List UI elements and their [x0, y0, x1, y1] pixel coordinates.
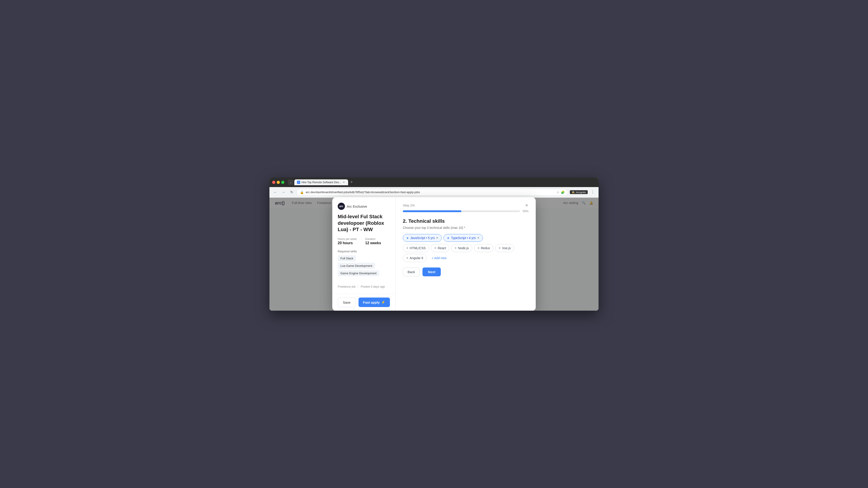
forward-nav-button[interactable]: →	[280, 189, 287, 195]
incognito-label: Incognito	[576, 191, 586, 194]
browser-toolbar: ← → ↻ 🔒 arc.dev/dashboard/d/verified-job…	[270, 187, 598, 198]
hours-meta: Hours per week 20 hours	[338, 237, 363, 245]
skill-name: React	[438, 246, 446, 250]
lock-icon: 🔒	[300, 191, 304, 194]
url-text: arc.dev/dashboard/d/verified-jobs/kdb78f…	[306, 191, 555, 194]
skill-name: JavaScript • 5 yrs	[410, 236, 435, 240]
add-icon: +	[477, 246, 479, 250]
job-title: Mid-level Ful Stack developoer (Roblox L…	[338, 214, 390, 233]
active-tab[interactable]: a Hire Top Remote Software Dev... ✕	[294, 180, 348, 185]
section-subtitle: Choose your top 3 technical skills (max …	[403, 226, 528, 230]
window-controls	[272, 181, 284, 184]
unselected-skill-chip[interactable]: + HTML/CSS	[403, 244, 429, 252]
add-icon: +	[434, 246, 436, 250]
add-icon: +	[406, 246, 408, 250]
skill-name: HTML/CSS	[410, 246, 426, 250]
action-buttons: Back Next	[403, 267, 528, 276]
selected-skills-row: ★ JavaScript • 5 yrs ✕ ★ TypeScript • 4 …	[403, 234, 528, 242]
modal-left-content: arc Arc Exclusive Mid-level Ful Stack de…	[332, 197, 395, 294]
star-icon: ★	[447, 236, 450, 240]
star-icon: ★	[406, 236, 409, 240]
modal-body: arc Arc Exclusive Mid-level Ful Stack de…	[332, 197, 536, 311]
unselected-skill-chip[interactable]: + Angular 6	[403, 254, 427, 262]
add-new-skill-button[interactable]: + Add new	[428, 254, 450, 262]
modal-right-panel: Step 2/4 50% 2. Technical skills Choose …	[396, 197, 536, 311]
selected-skill-chip[interactable]: ★ JavaScript • 5 yrs ✕	[403, 234, 442, 242]
unselected-skill-chip[interactable]: + React	[431, 244, 450, 252]
required-skill-tag: Game Engine Development	[338, 270, 379, 276]
bookmark-icon[interactable]: ☆	[557, 191, 559, 194]
job-type: Freelance job	[338, 285, 355, 288]
unselected-skill-chip[interactable]: + Node.js	[451, 244, 472, 252]
minimize-window-button[interactable]	[277, 181, 280, 184]
new-tab-button[interactable]: +	[349, 180, 354, 185]
progress-fill	[403, 210, 461, 212]
progress-bar-container: 50%	[403, 209, 528, 213]
required-skill-tag: Lua Game Development	[338, 263, 375, 269]
lightning-icon: ⚡	[381, 300, 385, 304]
posted-date: Posted 3 days ago	[361, 285, 385, 288]
refresh-nav-button[interactable]: ↻	[288, 189, 295, 195]
modal-close-button[interactable]: ×	[523, 202, 530, 209]
browser-window: ⌄ a Hire Top Remote Software Dev... ✕ + …	[270, 177, 598, 311]
hours-value: 20 hours	[338, 241, 363, 245]
section-title-text: Technical skills	[408, 218, 445, 224]
modal-left-footer: Save Fast apply ⚡	[332, 294, 395, 311]
tab-title: Hire Top Remote Software Dev...	[302, 181, 341, 184]
duration-label: Duration	[365, 237, 390, 240]
next-button[interactable]: Next	[423, 267, 441, 276]
section-number: 2.	[403, 218, 407, 224]
required-skill-tag: Full Stack	[338, 255, 356, 261]
back-nav-button[interactable]: ←	[272, 189, 278, 195]
tab-list-button[interactable]: ⌄	[288, 180, 293, 185]
skill-name: Node.js	[458, 246, 469, 250]
duration-meta: Duration 12 weeks	[365, 237, 390, 245]
unselected-skills-row: + HTML/CSS + React + Node.js + Redux + V…	[403, 244, 528, 262]
add-icon: +	[499, 246, 501, 250]
incognito-badge: 🕵️ Incognito	[570, 190, 588, 194]
remove-skill-icon[interactable]: ✕	[477, 236, 479, 239]
extensions-icon[interactable]: 🧩	[561, 191, 565, 194]
selected-skill-chip[interactable]: ★ TypeScript • 4 yrs ✕	[443, 234, 483, 242]
hours-label: Hours per week	[338, 237, 363, 240]
job-meta-grid: Hours per week 20 hours Duration 12 week…	[338, 237, 390, 245]
maximize-window-button[interactable]	[281, 181, 284, 184]
skill-name: Angular 6	[410, 256, 423, 260]
progress-percentage: 50%	[523, 209, 528, 213]
add-icon: +	[406, 256, 408, 260]
close-window-button[interactable]	[272, 181, 275, 184]
skill-name: TypeScript • 4 yrs	[451, 236, 475, 240]
add-icon: +	[455, 246, 457, 250]
more-menu-button[interactable]: ⋮	[590, 189, 596, 195]
address-bar-icons: ☆ 🧩	[557, 191, 565, 194]
duration-value: 12 weeks	[365, 241, 390, 245]
back-button[interactable]: Back	[403, 267, 420, 276]
arc-exclusive-label: Arc Exclusive	[347, 204, 367, 208]
save-button[interactable]: Save	[338, 297, 356, 307]
job-footer-meta: Freelance job / Posted 3 days ago	[338, 281, 390, 288]
address-bar[interactable]: 🔒 arc.dev/dashboard/d/verified-jobs/kdb7…	[297, 189, 568, 196]
modal-left-panel: arc Arc Exclusive Mid-level Ful Stack de…	[332, 197, 396, 311]
unselected-skill-chip[interactable]: + Vue.js	[495, 244, 514, 252]
section-title: 2. Technical skills	[403, 218, 528, 224]
separator: /	[358, 285, 359, 288]
tab-bar: ⌄ a Hire Top Remote Software Dev... ✕ +	[288, 180, 354, 185]
modal-overlay: × arc Arc Exclusive Mid-level Ful Stack …	[270, 198, 598, 311]
modal-dialog: × arc Arc Exclusive Mid-level Ful Stack …	[332, 197, 536, 311]
arc-exclusive-badge: arc Arc Exclusive	[338, 203, 390, 210]
step-label: Step 2/4	[403, 203, 528, 207]
required-skills-list: Full StackLua Game DevelopmentGame Engin…	[338, 255, 390, 278]
remove-skill-icon[interactable]: ✕	[436, 236, 438, 239]
browser-content: arc() Full-time roles Freelance jobs Pro…	[270, 198, 598, 311]
browser-titlebar: ⌄ a Hire Top Remote Software Dev... ✕ +	[270, 177, 598, 187]
tab-favicon: a	[297, 181, 300, 184]
required-skills-label: Required skills	[338, 250, 390, 253]
unselected-skill-chip[interactable]: + Redux	[474, 244, 493, 252]
fast-apply-button[interactable]: Fast apply ⚡	[359, 297, 390, 307]
skill-name: Vue.js	[502, 246, 510, 250]
incognito-icon: 🕵️	[572, 191, 575, 194]
fast-apply-label: Fast apply	[363, 300, 380, 304]
progress-bar	[403, 210, 520, 212]
tab-close-button[interactable]: ✕	[342, 181, 345, 184]
arc-logo-icon: arc	[338, 203, 345, 210]
